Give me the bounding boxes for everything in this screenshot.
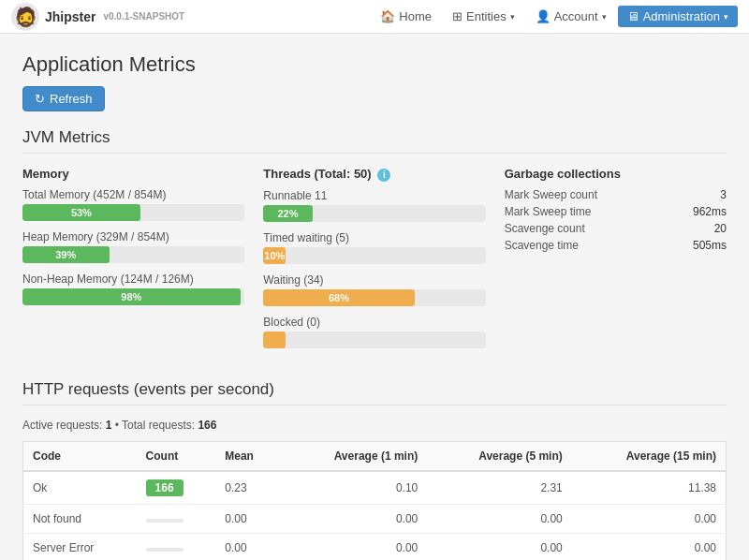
memory-heap-bar-wrap: 39%	[22, 246, 244, 263]
thread-waiting-bar: 68%	[263, 289, 414, 306]
http-active-count: 1	[106, 419, 112, 432]
admin-icon: 🖥	[627, 9, 639, 23]
avatar: 🧔	[11, 3, 39, 31]
thread-blocked-bar	[263, 332, 286, 348]
http-row-2-mean: 0.00	[215, 534, 282, 561]
http-subtitle: Active requests: 1 • Total requests: 166	[22, 419, 727, 432]
nav-administration[interactable]: 🖥 Administration ▾	[618, 6, 738, 27]
gc-label-2: Scavenge count	[505, 222, 585, 235]
thread-waiting-label: Waiting (34)	[263, 273, 485, 287]
gc-label-1: Mark Sweep time	[505, 205, 592, 218]
thread-waiting-pct: 68%	[329, 292, 349, 303]
col-avg1: Average (1 min)	[283, 442, 428, 472]
thread-blocked-label: Blocked (0)	[263, 316, 485, 329]
http-row-2-avg15: 0.00	[572, 534, 727, 561]
gc-table: Mark Sweep count 3 Mark Sweep time 962ms…	[505, 188, 727, 252]
col-mean: Mean	[215, 442, 282, 472]
brand: 🧔 Jhipster v0.0.1-SNAPSHOT	[11, 3, 184, 31]
col-count: Count	[137, 442, 216, 472]
memory-title: Memory	[22, 167, 244, 181]
thread-timed-bar-wrap: 10%	[263, 247, 485, 264]
table-row: Server Error0.000.000.000.00	[23, 534, 727, 561]
col-avg5: Average (5 min)	[427, 442, 572, 472]
brand-name: Jhipster	[45, 9, 95, 24]
nav-entities[interactable]: ⊞ Entities ▾	[443, 6, 524, 27]
nav-home-label: Home	[399, 9, 432, 23]
threads-total: (Total: 50)	[315, 167, 372, 181]
gc-row-1: Mark Sweep time 962ms	[505, 205, 727, 218]
memory-nonheap-bar: 98%	[22, 288, 241, 305]
nav-entities-label: Entities	[466, 9, 507, 23]
gc-value-1: 962ms	[693, 205, 727, 218]
thread-runnable-bar-wrap: 22%	[263, 205, 485, 222]
thread-timed-pct: 10%	[264, 250, 285, 261]
count-empty	[146, 548, 184, 552]
memory-total-label: Total Memory (452M / 854M)	[22, 188, 244, 201]
http-row-0-avg15: 11.38	[572, 471, 727, 505]
memory-total-pct: 53%	[71, 207, 92, 218]
memory-total-bar-wrap: 53%	[22, 204, 244, 221]
navbar: 🧔 Jhipster v0.0.1-SNAPSHOT 🏠 Home ⊞ Enti…	[0, 0, 749, 34]
thread-timed-bar: 10%	[263, 247, 286, 264]
thread-blocked-bar-wrap	[263, 332, 485, 348]
memory-heap: Heap Memory (329M / 854M) 39%	[22, 230, 244, 263]
http-row-0-code: Ok	[23, 471, 137, 505]
thread-runnable-label: Runnable 11	[263, 189, 485, 202]
gc-value-2: 20	[714, 222, 727, 235]
jvm-grid: Memory Total Memory (452M / 854M) 53% He…	[22, 167, 727, 358]
brand-version: v0.0.1-SNAPSHOT	[103, 11, 184, 22]
thread-runnable-bar: 22%	[263, 205, 312, 222]
gc-label-3: Scavenge time	[505, 239, 579, 252]
admin-caret-icon: ▾	[724, 12, 728, 22]
threads-info-icon[interactable]: i	[377, 169, 390, 182]
http-row-2-count	[137, 534, 216, 561]
gc-label-0: Mark Sweep count	[505, 188, 597, 201]
count-empty	[146, 519, 184, 523]
gc-value-3: 505ms	[693, 239, 727, 252]
account-icon: 👤	[536, 9, 551, 23]
gc-row-3: Scavenge time 505ms	[505, 239, 727, 252]
entities-icon: ⊞	[452, 9, 463, 23]
http-row-2-avg5: 0.00	[427, 534, 572, 561]
refresh-icon: ↻	[35, 92, 45, 106]
memory-heap-bar: 39%	[22, 246, 110, 263]
http-row-2-avg1: 0.00	[283, 534, 428, 561]
memory-nonheap: Non-Heap Memory (124M / 126M) 98%	[22, 273, 244, 305]
http-row-1-count	[137, 505, 216, 534]
nav-account[interactable]: 👤 Account ▾	[526, 6, 616, 27]
http-section: HTTP requests (events per second) Active…	[22, 380, 727, 560]
memory-total: Total Memory (452M / 854M) 53%	[22, 188, 244, 221]
gc-row-2: Scavenge count 20	[505, 222, 727, 235]
gc-title: Garbage collections	[505, 167, 727, 181]
table-row: Not found0.000.000.000.00	[23, 505, 727, 534]
gc-row-0: Mark Sweep count 3	[505, 188, 727, 201]
thread-waiting: Waiting (34) 68%	[263, 273, 485, 306]
refresh-button[interactable]: ↻ Refresh	[22, 86, 105, 111]
nav-admin-label: Administration	[643, 9, 720, 23]
http-row-0-mean: 0.23	[215, 471, 282, 505]
table-row: Ok1660.230.102.3111.38	[23, 471, 727, 505]
gc-value-0: 3	[720, 188, 727, 201]
nav-home[interactable]: 🏠 Home	[371, 6, 441, 27]
memory-nonheap-label: Non-Heap Memory (124M / 126M)	[22, 273, 244, 286]
http-table-body: Ok1660.230.102.3111.38Not found0.000.000…	[23, 471, 727, 560]
account-caret-icon: ▾	[602, 12, 607, 22]
refresh-label: Refresh	[50, 92, 93, 106]
thread-waiting-bar-wrap: 68%	[263, 289, 485, 306]
main-content: Application Metrics ↻ Refresh JVM Metric…	[0, 34, 749, 560]
jvm-section-title: JVM Metrics	[22, 128, 727, 154]
gc-column: Garbage collections Mark Sweep count 3 M…	[505, 167, 727, 358]
memory-heap-label: Heap Memory (329M / 854M)	[22, 230, 244, 243]
threads-title: Threads (Total: 50) i	[263, 167, 485, 182]
thread-timed: Timed waiting (5) 10%	[263, 231, 485, 264]
http-total-count: 166	[198, 419, 216, 432]
http-row-1-code: Not found	[23, 505, 137, 534]
page-title: Application Metrics	[22, 52, 727, 77]
http-table-header-row: Code Count Mean Average (1 min) Average …	[23, 442, 727, 472]
thread-runnable: Runnable 11 22%	[263, 189, 485, 222]
thread-runnable-pct: 22%	[277, 208, 298, 219]
http-row-0-avg5: 2.31	[427, 471, 572, 505]
http-row-2-code: Server Error	[23, 534, 137, 561]
http-section-title: HTTP requests (events per second)	[22, 380, 727, 405]
memory-total-bar: 53%	[22, 204, 140, 221]
